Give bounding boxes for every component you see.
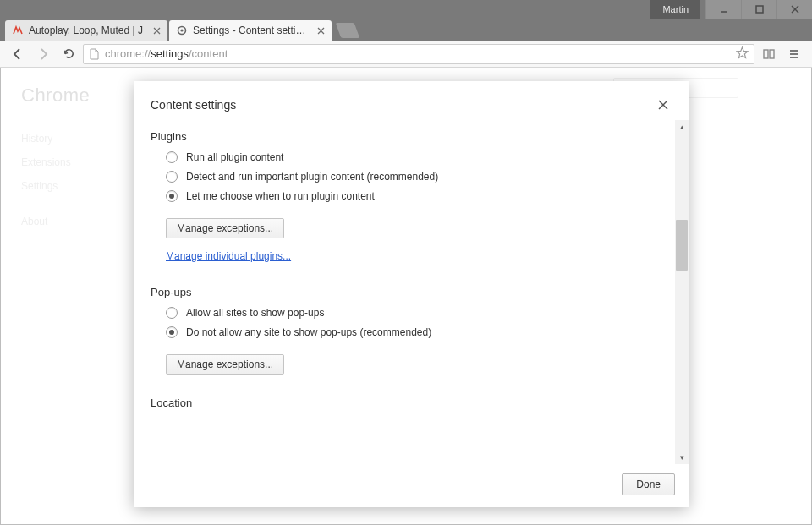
scroll-down-button[interactable]: ▾	[675, 451, 689, 464]
svg-rect-11	[770, 50, 774, 58]
content-settings-dialog: Content settings ▴ ▾ Plugins Run all plu…	[134, 81, 689, 507]
new-tab-button[interactable]	[336, 23, 360, 38]
omnibox[interactable]: chrome://settings/content	[83, 44, 754, 64]
tab-strip: Autoplay, Loop, Muted | J Settings - Con…	[0, 19, 812, 41]
svg-point-7	[180, 29, 183, 31]
section-heading-plugins: Plugins	[151, 130, 663, 143]
modal-overlay: Content settings ▴ ▾ Plugins Run all plu…	[1, 68, 811, 524]
radio-icon	[166, 326, 178, 338]
radio-icon	[166, 151, 178, 163]
radio-label: Do not allow any site to show pop-ups (r…	[186, 326, 431, 338]
radio-option[interactable]: Allow all sites to show pop-ups	[166, 307, 663, 319]
radio-icon	[166, 190, 178, 202]
section-heading-location: Location	[151, 396, 663, 409]
hamburger-icon	[787, 47, 801, 61]
manage-individual-plugins-link[interactable]: Manage individual plugins...	[166, 250, 291, 262]
radio-label: Allow all sites to show pop-ups	[186, 307, 324, 319]
radio-icon	[166, 307, 178, 319]
favicon-icon	[12, 25, 24, 36]
bookmark-star-button[interactable]	[736, 46, 749, 62]
url-scheme: chrome://	[105, 47, 151, 60]
close-icon	[790, 4, 800, 14]
dialog-close-button[interactable]	[655, 96, 672, 113]
reload-icon	[63, 47, 75, 60]
minimize-icon	[719, 4, 729, 14]
browser-toolbar: chrome://settings/content	[0, 41, 812, 68]
radio-option[interactable]: Run all plugin content	[166, 151, 663, 163]
star-icon	[736, 46, 749, 59]
page-viewport: Chrome History Extensions Settings About…	[0, 68, 812, 525]
done-button[interactable]: Done	[622, 473, 675, 495]
scroll-up-button[interactable]: ▴	[675, 120, 689, 134]
manage-exceptions-button[interactable]: Manage exceptions...	[166, 354, 284, 375]
close-icon	[658, 100, 668, 110]
section-heading-popups: Pop-ups	[151, 286, 663, 298]
user-chip[interactable]: Martin	[650, 0, 700, 19]
radio-label: Let me choose when to run plugin content	[186, 190, 375, 202]
window-titlebar: Martin	[0, 0, 812, 19]
browser-tab[interactable]: Autoplay, Loop, Muted | J	[5, 20, 167, 41]
radio-option[interactable]: Do not allow any site to show pop-ups (r…	[166, 326, 663, 338]
window-close-button[interactable]	[776, 0, 812, 19]
svg-rect-1	[756, 6, 763, 13]
svg-rect-10	[764, 50, 768, 58]
dialog-body: ▴ ▾ Plugins Run all plugin content Detec…	[134, 120, 689, 464]
window-minimize-button[interactable]	[705, 0, 741, 19]
tab-label: Autoplay, Loop, Muted | J	[29, 25, 145, 36]
reload-button[interactable]	[58, 43, 80, 65]
tab-close-button[interactable]	[315, 25, 326, 36]
forward-button[interactable]	[32, 43, 54, 65]
scrollbar-track[interactable]: ▴ ▾	[675, 120, 689, 464]
tab-close-button[interactable]	[151, 25, 162, 36]
maximize-icon	[754, 4, 765, 14]
radio-option[interactable]: Let me choose when to run plugin content	[166, 190, 663, 202]
back-button[interactable]	[7, 43, 29, 65]
gear-icon	[176, 25, 188, 36]
arrow-left-icon	[11, 47, 25, 61]
arrow-right-icon	[36, 47, 50, 61]
page-icon	[89, 48, 100, 60]
dialog-title: Content settings	[151, 98, 236, 112]
panels-icon	[762, 47, 776, 61]
window-maximize-button[interactable]	[741, 0, 776, 19]
menu-button[interactable]	[783, 43, 805, 65]
url-path: /content	[189, 47, 228, 60]
radio-label: Detect and run important plugin content …	[186, 171, 438, 183]
radio-label: Run all plugin content	[186, 151, 283, 163]
tab-label: Settings - Content settings	[193, 25, 310, 36]
extension-button[interactable]	[758, 43, 780, 65]
radio-icon	[166, 171, 178, 183]
manage-exceptions-button[interactable]: Manage exceptions...	[166, 218, 284, 238]
url-host: settings	[151, 47, 189, 60]
browser-tab[interactable]: Settings - Content settings	[169, 20, 332, 41]
scrollbar-thumb[interactable]	[676, 220, 688, 271]
radio-option[interactable]: Detect and run important plugin content …	[166, 171, 663, 183]
